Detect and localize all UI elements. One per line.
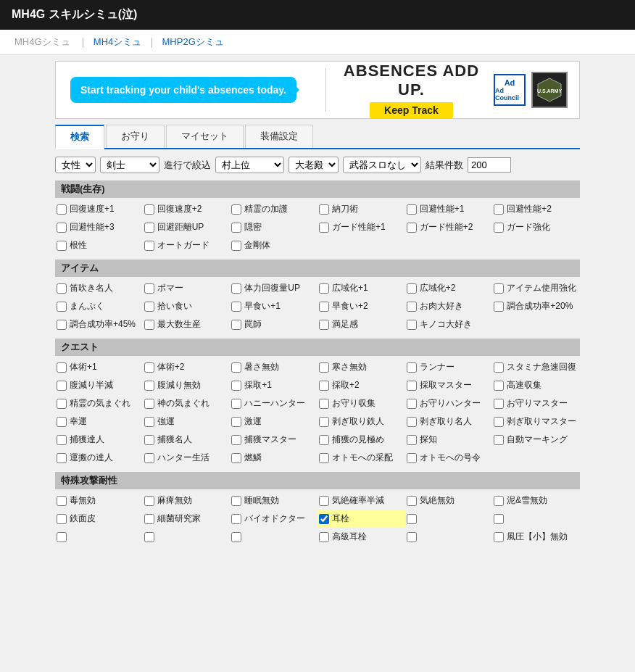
skill-item[interactable]: ハンター生活 [143, 449, 231, 466]
skill-item[interactable]: 自動マーキング [492, 431, 580, 448]
skill-item[interactable]: 回避距離UP [143, 219, 231, 236]
weapon-select[interactable]: 剣士 ガンナー [100, 157, 159, 173]
skill-checkbox[interactable] [494, 496, 504, 506]
skill-checkbox[interactable] [231, 241, 241, 251]
skill-checkbox[interactable] [57, 417, 67, 427]
skill-item[interactable]: 泥&雪無効 [492, 492, 580, 509]
skill-checkbox[interactable] [231, 399, 241, 409]
skill-item[interactable]: 回復速度+1 [55, 201, 143, 217]
skill-checkbox[interactable] [57, 223, 67, 233]
skill-item[interactable]: 回避性能+2 [492, 201, 580, 217]
skill-item[interactable] [230, 528, 318, 545]
skill-item[interactable]: オトモへの采配 [318, 449, 405, 466]
skill-checkbox[interactable] [57, 435, 67, 445]
skill-checkbox[interactable] [144, 302, 154, 312]
skill-item[interactable]: バイオドクター [230, 510, 318, 527]
skill-item[interactable]: お守りマスター [492, 395, 580, 412]
skill-checkbox[interactable] [319, 320, 329, 330]
skill-item[interactable]: 捕獲マスター [230, 431, 318, 448]
skill-item[interactable]: 運搬の達人 [55, 449, 143, 466]
skill-checkbox[interactable] [407, 204, 417, 215]
skill-item[interactable]: 精霊の加護 [230, 201, 318, 217]
skill-checkbox[interactable] [144, 514, 154, 524]
skill-checkbox[interactable] [494, 223, 504, 233]
skill-checkbox[interactable] [57, 532, 67, 542]
skill-item[interactable]: 細菌研究家 [143, 510, 231, 527]
skill-checkbox[interactable] [231, 453, 241, 463]
skill-item[interactable]: お肉大好き [405, 298, 493, 315]
skill-checkbox[interactable] [144, 381, 154, 391]
skill-checkbox[interactable] [407, 381, 417, 391]
skill-item[interactable]: まんぷく [55, 298, 143, 315]
skill-item[interactable]: 鉄面皮 [55, 510, 143, 527]
tab-お守り[interactable]: お守り [106, 125, 165, 148]
skill-item[interactable]: スタミナ急速回復 [492, 359, 580, 376]
gender-select[interactable]: 女性 男性 [55, 157, 96, 173]
skill-item[interactable]: 腹減り半減 [55, 377, 143, 394]
skill-checkbox[interactable] [231, 204, 241, 215]
skill-item[interactable]: 幸運 [55, 413, 143, 430]
skill-item[interactable]: キノコ大好き [405, 316, 493, 333]
skill-item[interactable]: 毒無効 [55, 492, 143, 509]
skill-item[interactable]: 強運 [143, 413, 231, 430]
skill-item[interactable]: 笛吹き名人 [55, 280, 143, 296]
skill-item[interactable]: 最大数生産 [143, 316, 231, 333]
skill-item[interactable]: 風圧【小】無効 [492, 528, 580, 545]
skill-checkbox[interactable] [407, 532, 417, 542]
skill-checkbox[interactable] [407, 417, 417, 427]
skill-item[interactable]: ガード強化 [492, 219, 580, 236]
skill-item[interactable]: 耳栓 [318, 510, 405, 527]
skill-item[interactable]: 高速収集 [492, 377, 580, 394]
skill-item[interactable]: 回避性能+1 [405, 201, 493, 217]
skill-checkbox[interactable] [144, 417, 154, 427]
skill-item[interactable]: 捕獲の見極め [318, 431, 405, 448]
skill-checkbox[interactable] [319, 496, 329, 506]
skill-item[interactable]: 睡眠無効 [230, 492, 318, 509]
skill-item[interactable]: 納刀術 [318, 201, 405, 217]
skill-checkbox[interactable] [231, 320, 241, 330]
skill-checkbox[interactable] [231, 283, 241, 294]
skill-item[interactable]: 激運 [230, 413, 318, 430]
skill-checkbox[interactable] [319, 362, 329, 373]
skill-checkbox[interactable] [494, 362, 504, 373]
skill-checkbox[interactable] [494, 204, 504, 215]
skill-item[interactable]: 精霊の気まぐれ [55, 395, 143, 412]
skill-item[interactable]: 体力回復量UP [230, 280, 318, 296]
skill-checkbox[interactable] [57, 514, 67, 524]
skill-checkbox[interactable] [407, 320, 417, 330]
skill-checkbox[interactable] [319, 417, 329, 427]
skill-item[interactable]: 麻痺無効 [143, 492, 231, 509]
skill-checkbox[interactable] [407, 514, 417, 524]
skill-item[interactable]: オートガード [143, 237, 231, 254]
skill-item[interactable]: 調合成功率+45% [55, 316, 143, 333]
skill-item[interactable]: 捕獲達人 [55, 431, 143, 448]
skill-checkbox[interactable] [57, 320, 67, 330]
nav-item-mhp2g[interactable]: MHP2Gシミュ [162, 36, 224, 47]
skill-checkbox[interactable] [319, 302, 329, 312]
skill-item[interactable]: 金剛体 [230, 237, 318, 254]
skill-item[interactable]: 体術+2 [143, 359, 231, 376]
skill-checkbox[interactable] [57, 496, 67, 506]
skill-checkbox[interactable] [57, 283, 67, 294]
skill-item[interactable]: 調合成功率+20% [492, 298, 580, 315]
slot-select[interactable]: 武器スロなし 武器スロ1 武器スロ2 武器スロ3 [343, 157, 421, 173]
skill-checkbox[interactable] [144, 283, 154, 294]
skill-item[interactable] [405, 528, 493, 545]
skill-item[interactable] [405, 510, 493, 527]
skill-checkbox[interactable] [144, 204, 154, 215]
rank-select[interactable]: 大老殿 G級 [289, 157, 339, 173]
skill-item[interactable]: 回復速度+2 [143, 201, 231, 217]
skill-item[interactable]: 高級耳栓 [318, 528, 405, 545]
skill-item[interactable] [55, 528, 143, 545]
skill-checkbox[interactable] [144, 532, 154, 542]
skill-item[interactable]: 剥ぎ取り鉄人 [318, 413, 405, 430]
skill-checkbox[interactable] [144, 399, 154, 409]
tab-検索[interactable]: 検索 [55, 125, 104, 149]
skill-item[interactable] [143, 528, 231, 545]
nav-item-mh4[interactable]: MH4シミュ [94, 36, 141, 47]
skill-checkbox[interactable] [319, 399, 329, 409]
skill-checkbox[interactable] [231, 496, 241, 506]
skill-item[interactable]: アイテム使用強化 [492, 280, 580, 296]
skill-item[interactable]: 広域化+1 [318, 280, 405, 296]
skill-checkbox[interactable] [494, 302, 504, 312]
